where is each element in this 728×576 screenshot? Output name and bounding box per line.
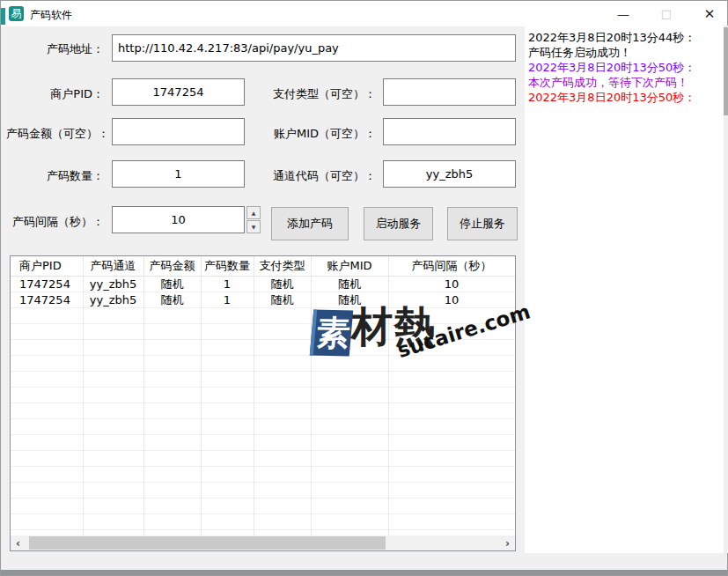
count-label: 产码数量： [6, 168, 104, 184]
scroll-right-icon[interactable]: › [500, 535, 515, 550]
column-divider [83, 256, 84, 535]
log-entry: 产码任务启动成功！ [528, 45, 722, 60]
table-cell: 1747254 [11, 277, 83, 292]
window-bottom-edge [1, 570, 727, 575]
interval-label: 产码间隔（秒）： [6, 214, 104, 230]
table-header[interactable]: 支付类型 [254, 256, 311, 276]
table-header-row: 商户PID 产码通道 产码金额 产码数量 支付类型 账户MID 产码间隔（秒） [11, 256, 515, 277]
url-label: 产码地址： [6, 41, 104, 57]
interval-spinner: ▲ ▼ [246, 206, 261, 233]
table-cell: 随机 [254, 277, 311, 292]
log-entry: 2022年3月8日20时13分50秒： [528, 60, 722, 75]
log-entry: 2022年3月8日20时13分44秒： [528, 30, 722, 45]
window-title: 产码软件 [30, 8, 72, 23]
log-entry: 本次产码成功，等待下次产码！ [528, 75, 722, 90]
column-divider [254, 256, 254, 535]
add-code-button[interactable]: 添加产码 [271, 207, 349, 240]
pid-label: 商户PID： [6, 86, 104, 102]
url-input[interactable] [112, 34, 516, 62]
column-divider [143, 256, 144, 535]
maximize-button: □ [646, 1, 687, 26]
stop-service-button[interactable]: 停止服务 [447, 207, 518, 240]
table-cell: 随机 [254, 292, 311, 307]
table-cell: 随机 [143, 277, 201, 292]
pay-type-label: 支付类型（可空）： [263, 86, 376, 102]
log-entry: 2022年3月8日20时13分50秒： [528, 90, 722, 105]
table-row[interactable]: 1747254 yy_zbh5 随机 1 随机 随机 10 [11, 292, 515, 308]
table-header[interactable]: 账户MID [311, 256, 388, 276]
interval-input[interactable] [112, 206, 245, 233]
log-output[interactable]: 2022年3月8日20时13分44秒： 产码任务启动成功！ 2022年3月8日2… [525, 26, 724, 553]
mid-label: 账户MID（可空）： [263, 126, 376, 142]
start-service-button[interactable]: 启动服务 [364, 207, 433, 240]
code-task-table: 商户PID 产码通道 产码金额 产码数量 支付类型 账户MID 产码间隔（秒） … [10, 255, 516, 551]
table-cell: 10 [388, 277, 515, 292]
table-cell: 1747254 [11, 292, 83, 307]
table-cell: yy_zbh5 [83, 277, 143, 292]
table-cell: 随机 [143, 292, 201, 307]
table-empty-area [11, 308, 515, 535]
channel-input[interactable] [383, 160, 516, 188]
amount-label: 产码金额（可空）： [6, 126, 104, 142]
minimize-button[interactable]: — [603, 1, 643, 26]
scroll-left-icon[interactable]: ‹ [11, 535, 26, 550]
table-header[interactable]: 产码通道 [83, 256, 143, 276]
table-cell: 10 [388, 292, 515, 307]
spinner-up-icon[interactable]: ▲ [246, 206, 261, 219]
table-cell: 随机 [311, 277, 388, 292]
title-bar: 易 产码软件 — □ ✕ [1, 1, 727, 26]
amount-input[interactable] [112, 118, 245, 145]
table-cell: 1 [201, 277, 254, 292]
spinner-down-icon[interactable]: ▼ [246, 220, 261, 233]
horizontal-scrollbar[interactable]: ‹ › [11, 535, 515, 550]
column-divider [388, 256, 389, 535]
scrollbar-thumb[interactable] [724, 27, 728, 115]
table-header[interactable]: 产码金额 [143, 256, 201, 276]
log-vertical-scrollbar[interactable] [724, 26, 728, 553]
close-button[interactable]: ✕ [689, 1, 728, 26]
pay-type-input[interactable] [383, 78, 516, 106]
app-icon: 易 [9, 6, 24, 21]
table-header[interactable]: 产码间隔（秒） [388, 256, 515, 276]
table-cell: 1 [201, 292, 254, 307]
table-header[interactable]: 产码数量 [201, 256, 254, 276]
channel-label: 通道代码（可空）： [263, 168, 376, 184]
table-row[interactable]: 1747254 yy_zbh5 随机 1 随机 随机 10 [11, 277, 515, 292]
table-cell: 随机 [311, 292, 388, 307]
scrollbar-thumb[interactable] [29, 536, 386, 550]
column-divider [201, 256, 202, 535]
pid-input[interactable] [112, 78, 245, 106]
column-divider [311, 256, 312, 535]
mid-input[interactable] [383, 118, 516, 145]
table-header[interactable]: 商户PID [11, 256, 83, 276]
table-cell: yy_zbh5 [83, 292, 143, 307]
count-input[interactable] [112, 160, 245, 188]
app-window: 易 产码软件 — □ ✕ 产码地址： 商户PID： 支付类型（可空）： 产码金额… [0, 0, 728, 576]
background-window-sliver [1, 8, 5, 25]
